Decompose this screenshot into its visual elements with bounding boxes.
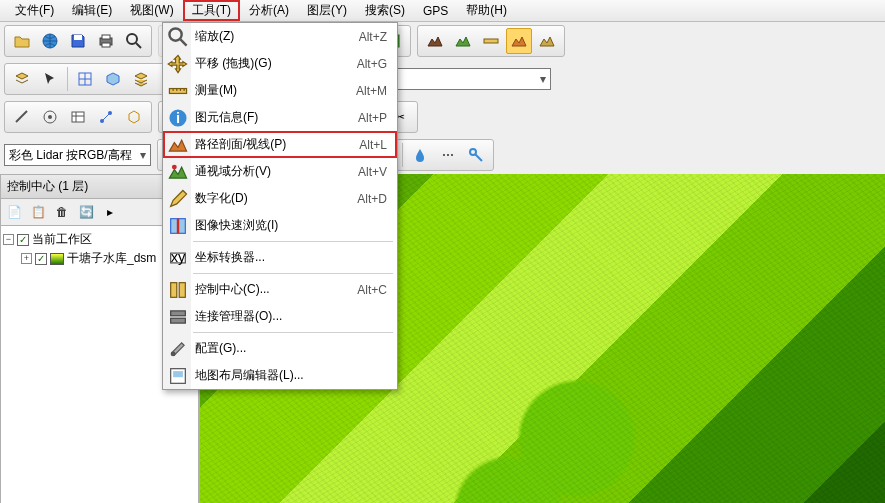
target-icon[interactable]	[37, 104, 63, 130]
key-icon[interactable]	[463, 142, 489, 168]
menu-item-label: 数字化(D)	[195, 190, 357, 207]
tree-layer-label[interactable]: 干塘子水库_dsm	[67, 250, 156, 267]
svg-point-5	[127, 34, 137, 44]
layer-swatch-icon	[50, 253, 64, 265]
menu-item-label: 路径剖面/视线(P)	[195, 136, 359, 153]
node-icon[interactable]	[93, 104, 119, 130]
menu-item-label: 连接管理器(O)...	[195, 308, 387, 325]
menu-item-zoom[interactable]: 缩放(Z)Alt+Z	[163, 23, 397, 50]
toolbar-row-3: ✦ • A ✂	[0, 98, 885, 136]
cursor-icon[interactable]	[37, 66, 63, 92]
menu-item-label: 配置(G)...	[195, 340, 387, 357]
menu-item-swipe[interactable]: 图像快速浏览(I)	[163, 212, 397, 239]
menu-help[interactable]: 帮助(H)	[457, 0, 516, 21]
menu-item-label: 控制中心(C)...	[195, 281, 357, 298]
svg-rect-11	[484, 39, 498, 43]
svg-line-6	[136, 43, 141, 48]
profile-icon	[167, 134, 189, 156]
open-file-icon[interactable]	[9, 28, 35, 54]
menu-gps[interactable]: GPS	[414, 2, 457, 20]
globe-icon[interactable]	[37, 28, 63, 54]
measure-icon	[167, 80, 189, 102]
cube3d-icon[interactable]	[100, 66, 126, 92]
print-icon[interactable]	[93, 28, 119, 54]
menu-item-shortcut: Alt+C	[357, 283, 387, 297]
menu-item-shortcut: Alt+M	[356, 84, 387, 98]
panel-title: 控制中心 (1 层)	[7, 178, 88, 195]
viewshed-icon	[167, 161, 189, 183]
menu-item-pan[interactable]: 平移 (拖拽)(G)Alt+G	[163, 50, 397, 77]
menu-item-label: 图元信息(F)	[195, 109, 358, 126]
svg-point-44	[172, 164, 177, 169]
menu-item-shortcut: Alt+P	[358, 111, 387, 125]
water-icon[interactable]	[407, 142, 433, 168]
menu-item-coord[interactable]: xy坐标转换器...	[163, 244, 397, 271]
menu-item-label: 测量(M)	[195, 82, 356, 99]
add-layer-icon[interactable]: 📄	[3, 201, 25, 223]
menu-layer[interactable]: 图层(Y)	[298, 0, 356, 21]
tree-expand-icon[interactable]: +	[21, 253, 32, 264]
menu-item-cfg[interactable]: 配置(G)...	[163, 335, 397, 362]
menu-item-shortcut: Alt+Z	[359, 30, 387, 44]
terrain2-icon[interactable]	[450, 28, 476, 54]
pan-icon	[167, 53, 189, 75]
menu-tools[interactable]: 工具(T)	[183, 0, 240, 21]
svg-rect-55	[173, 371, 183, 377]
layer-checkbox[interactable]: ✓	[35, 253, 47, 265]
menu-item-layout[interactable]: 地图布局编辑器(L)...	[163, 362, 397, 389]
zoom-icon	[167, 26, 189, 48]
search-icon[interactable]	[121, 28, 147, 54]
svg-point-39	[169, 28, 181, 40]
svg-rect-1	[74, 35, 82, 40]
menu-item-label: 图像快速浏览(I)	[195, 217, 387, 234]
ruler-icon[interactable]	[478, 28, 504, 54]
polygon-icon[interactable]	[121, 104, 147, 130]
terrain1-icon[interactable]	[422, 28, 448, 54]
svg-rect-50	[179, 282, 185, 297]
menubar: 文件(F) 编辑(E) 视图(W) 工具(T) 分析(A) 图层(Y) 搜索(S…	[0, 0, 885, 22]
menu-search[interactable]: 搜索(S)	[356, 0, 414, 21]
render-mode-dropdown[interactable]: 彩色 Lidar 按RGB/高程	[4, 144, 151, 166]
menu-file[interactable]: 文件(F)	[6, 0, 63, 21]
tree-collapse-icon[interactable]: −	[3, 234, 14, 245]
menu-item-digitize[interactable]: 数字化(D)Alt+D	[163, 185, 397, 212]
coord-icon: xy	[167, 247, 189, 269]
expand-icon[interactable]: ▸	[99, 201, 121, 223]
menu-item-measure[interactable]: 测量(M)Alt+M	[163, 77, 397, 104]
swipe-icon	[167, 215, 189, 237]
terrain3-icon[interactable]	[534, 28, 560, 54]
menu-item-cc[interactable]: 控制中心(C)...Alt+C	[163, 276, 397, 303]
svg-text:xy: xy	[171, 248, 186, 264]
layers-icon[interactable]	[128, 66, 154, 92]
save-icon[interactable]	[65, 28, 91, 54]
root-checkbox[interactable]: ✓	[17, 234, 29, 246]
grid-icon[interactable]	[72, 66, 98, 92]
menu-item-label: 平移 (拖拽)(G)	[195, 55, 357, 72]
copy-layer-icon[interactable]: 📋	[27, 201, 49, 223]
dots-icon[interactable]: ⋯	[435, 142, 461, 168]
menu-item-shortcut: Alt+V	[358, 165, 387, 179]
terrain-active-icon[interactable]	[506, 28, 532, 54]
svg-rect-26	[72, 112, 84, 122]
menu-edit[interactable]: 编辑(E)	[63, 0, 121, 21]
svg-line-40	[180, 39, 186, 45]
cc-icon	[167, 279, 189, 301]
svg-rect-49	[171, 282, 177, 297]
tools-dropdown-menu: 缩放(Z)Alt+Z平移 (拖拽)(G)Alt+G测量(M)Alt+Mi图元信息…	[162, 22, 398, 390]
edit-line-icon[interactable]	[9, 104, 35, 130]
menu-item-info[interactable]: i图元信息(F)Alt+P	[163, 104, 397, 131]
remove-layer-icon[interactable]: 🗑	[51, 201, 73, 223]
toolbar-row-2: 创建等高线	[0, 60, 885, 98]
menu-item-profile[interactable]: 路径剖面/视线(P)Alt+L	[163, 131, 397, 158]
menu-item-shortcut: Alt+D	[357, 192, 387, 206]
layer-add-icon[interactable]	[9, 66, 35, 92]
tree-root-label[interactable]: 当前工作区	[32, 231, 92, 248]
menu-analysis[interactable]: 分析(A)	[240, 0, 298, 21]
attr-table-icon[interactable]	[65, 104, 91, 130]
refresh-icon[interactable]: 🔄	[75, 201, 97, 223]
menu-view[interactable]: 视图(W)	[121, 0, 182, 21]
menu-item-conn[interactable]: 连接管理器(O)...	[163, 303, 397, 330]
menu-item-viewshed[interactable]: 通视域分析(V)Alt+V	[163, 158, 397, 185]
menu-item-shortcut: Alt+L	[359, 138, 387, 152]
menu-item-label: 缩放(Z)	[195, 28, 359, 45]
